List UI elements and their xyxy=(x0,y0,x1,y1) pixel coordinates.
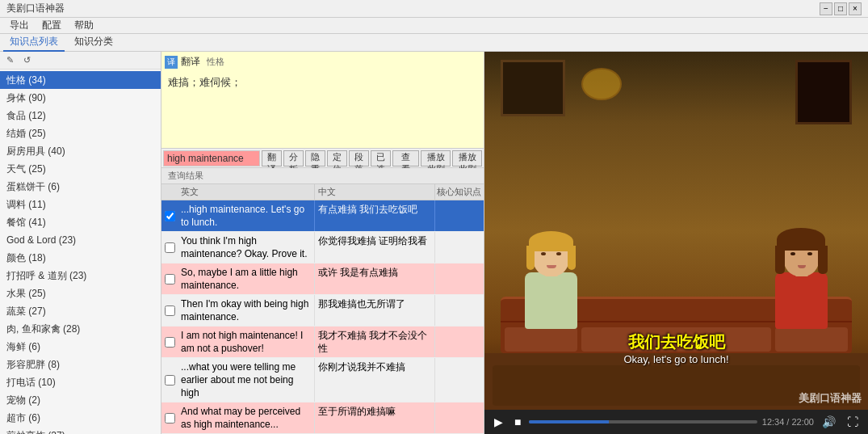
analyze-button[interactable]: 分析 xyxy=(283,150,304,166)
translation-content: 难搞；难伺候； xyxy=(165,72,480,93)
view-selected-button[interactable]: 查看已选择 xyxy=(392,150,419,166)
result-cn: 那我难搞也无所谓了 xyxy=(315,295,435,326)
result-tag xyxy=(435,358,484,402)
window-controls: − □ × xyxy=(820,2,862,15)
maximize-button[interactable]: □ xyxy=(834,2,847,15)
result-checkbox[interactable] xyxy=(161,295,178,326)
edit-icon[interactable]: ✎ xyxy=(3,54,17,66)
volume-icon[interactable]: 🔊 xyxy=(819,415,839,428)
result-row[interactable]: Then I'm okay with being high maintenanc… xyxy=(161,295,484,327)
play-all-button[interactable]: 播放此剧所有 xyxy=(421,150,451,166)
result-en: So, maybe I am a little high maintenance… xyxy=(178,263,315,294)
category-item[interactable]: 蔬菜 (27) xyxy=(0,302,161,320)
results-label: 查询结果 xyxy=(165,170,207,182)
category-item[interactable]: 餐馆 (41) xyxy=(0,213,161,231)
category-item[interactable]: 超市 (6) xyxy=(0,409,161,427)
video-area: 我们去吃饭吧 Okay, let's go to lunch! 美剧口语神器 xyxy=(484,52,868,410)
result-checkbox[interactable] xyxy=(161,402,178,433)
translation-icon: 译 xyxy=(165,56,178,69)
close-button[interactable]: × xyxy=(849,2,862,15)
category-item[interactable]: 海鲜 (6) xyxy=(0,338,161,356)
video-time: 12:34 / 22:00 xyxy=(762,417,814,427)
result-tag xyxy=(435,232,484,263)
result-tag xyxy=(435,263,484,294)
result-tag xyxy=(435,295,484,326)
category-list: 性格 (34) 身体 (90) 食品 (12) 结婚 (25) 厨房用具 (40… xyxy=(0,70,161,434)
category-item[interactable]: 肉, 鱼和家禽 (28) xyxy=(0,320,161,338)
result-cn: 我才不难搞 我才不会没个性 xyxy=(315,327,435,357)
results-table: ...high maintenance. Let's go to lunch. … xyxy=(161,200,484,434)
category-item[interactable]: 身体 (90) xyxy=(0,89,161,107)
translation-subtitle: 性格 xyxy=(207,56,224,68)
result-en: And what may be perceived as high mainte… xyxy=(178,402,315,433)
window-title: 美剧口语神器 xyxy=(6,2,65,15)
locate-button[interactable]: 定位 xyxy=(327,150,347,166)
hide-button[interactable]: 隐重 xyxy=(305,150,325,166)
col-header-tag: 核心知识点 xyxy=(435,184,484,200)
result-en: Then I'm okay with being high maintenanc… xyxy=(178,295,315,326)
translation-header: 译 翻译 性格 xyxy=(165,55,480,69)
refresh-icon[interactable]: ↺ xyxy=(20,54,34,66)
result-checkbox[interactable] xyxy=(161,358,178,402)
paragraph-button[interactable]: 段落 xyxy=(349,150,369,166)
result-row[interactable]: I am not high maintenance! I am not a pu… xyxy=(161,327,484,358)
translate-button[interactable]: 翻译 xyxy=(262,150,282,166)
minimize-button[interactable]: − xyxy=(820,2,832,15)
result-row[interactable]: You think I'm high maintenance? Okay. Pr… xyxy=(161,232,484,263)
translation-area: 译 翻译 性格 难搞；难伺候； xyxy=(161,52,484,149)
category-item[interactable]: 颜色 (18) xyxy=(0,249,161,267)
left-toolbar: ✎ ↺ xyxy=(0,52,161,70)
selected-button[interactable]: 已选 xyxy=(371,150,391,166)
video-controls: ▶ ■ 12:34 / 22:00 🔊 ⛶ xyxy=(484,410,868,434)
play-button[interactable]: ▶ xyxy=(491,415,506,428)
category-item[interactable]: 天气 (25) xyxy=(0,160,161,178)
subtitle-cn: 我们去吃饭吧 xyxy=(484,331,868,353)
search-bar: 翻译 分析 隐重 定位 段落 已选 查看已选择 播放此剧所有 播放此剧已选 xyxy=(161,149,484,168)
result-checkbox[interactable] xyxy=(161,263,178,294)
category-item[interactable]: 调料 (11) xyxy=(0,196,161,213)
category-item[interactable]: 食品 (12) xyxy=(0,107,161,124)
video-progress-fill xyxy=(529,420,609,423)
category-item[interactable]: 形容肥胖 (8) xyxy=(0,356,161,373)
category-item[interactable]: 煎炒烹炸 (27) xyxy=(0,427,161,434)
menu-export[interactable]: 导出 xyxy=(3,19,36,32)
result-row[interactable]: ...high maintenance. Let's go to lunch. … xyxy=(161,200,484,232)
result-checkbox[interactable] xyxy=(161,232,178,263)
category-item[interactable]: 性格 (34) xyxy=(0,71,161,89)
menu-config[interactable]: 配置 xyxy=(36,19,68,32)
result-en: I am not high maintenance! I am not a pu… xyxy=(178,327,315,357)
result-cn: 或许 我是有点难搞 xyxy=(315,263,435,294)
play-selected-button[interactable]: 播放此剧已选 xyxy=(452,150,482,166)
category-item[interactable]: 厨房用具 (40) xyxy=(0,142,161,160)
result-row[interactable]: So, maybe I am a little high maintenance… xyxy=(161,263,484,295)
result-cn: 你刚才说我并不难搞 xyxy=(315,358,435,402)
category-item[interactable]: 蛋糕饼干 (6) xyxy=(0,178,161,196)
category-item[interactable]: 宠物 (2) xyxy=(0,391,161,409)
tab-knowledge-category[interactable]: 知识分类 xyxy=(68,33,120,52)
column-headers: 英文 中文 核心知识点 xyxy=(161,184,484,200)
result-tag xyxy=(435,402,484,433)
result-row[interactable]: And what may be perceived as high mainte… xyxy=(161,402,484,434)
fullscreen-button[interactable]: ⛶ xyxy=(844,415,862,428)
left-panel: ✎ ↺ 性格 (34) 身体 (90) 食品 (12) 结婚 (25) 厨房用具… xyxy=(0,52,161,434)
menu-help[interactable]: 帮助 xyxy=(68,19,100,32)
video-progress[interactable] xyxy=(529,420,757,423)
tab-knowledge-list[interactable]: 知识点列表 xyxy=(3,33,65,52)
category-item[interactable]: 打招呼 & 道别 (23) xyxy=(0,267,161,284)
stop-button[interactable]: ■ xyxy=(511,415,524,428)
col-header-en: 英文 xyxy=(178,184,315,200)
result-cn: 至于所谓的难搞嘛 xyxy=(315,402,435,433)
category-item[interactable]: 结婚 (25) xyxy=(0,124,161,142)
result-checkbox[interactable] xyxy=(161,327,178,357)
result-row[interactable]: ...what you were telling me earlier abou… xyxy=(161,358,484,402)
category-item[interactable]: 水果 (25) xyxy=(0,284,161,302)
category-item[interactable]: 打电话 (10) xyxy=(0,373,161,391)
result-checkbox[interactable] xyxy=(161,200,178,231)
category-item[interactable]: God & Lord (23) xyxy=(0,231,161,249)
search-input[interactable] xyxy=(163,150,260,166)
col-header-cn: 中文 xyxy=(315,184,435,200)
subtitle-overlay: 我们去吃饭吧 Okay, let's go to lunch! xyxy=(484,331,868,365)
result-cn: 有点难搞 我们去吃饭吧 xyxy=(315,200,435,231)
watermark: 美剧口语神器 xyxy=(799,391,862,406)
result-en: ...what you were telling me earlier abou… xyxy=(178,358,315,402)
